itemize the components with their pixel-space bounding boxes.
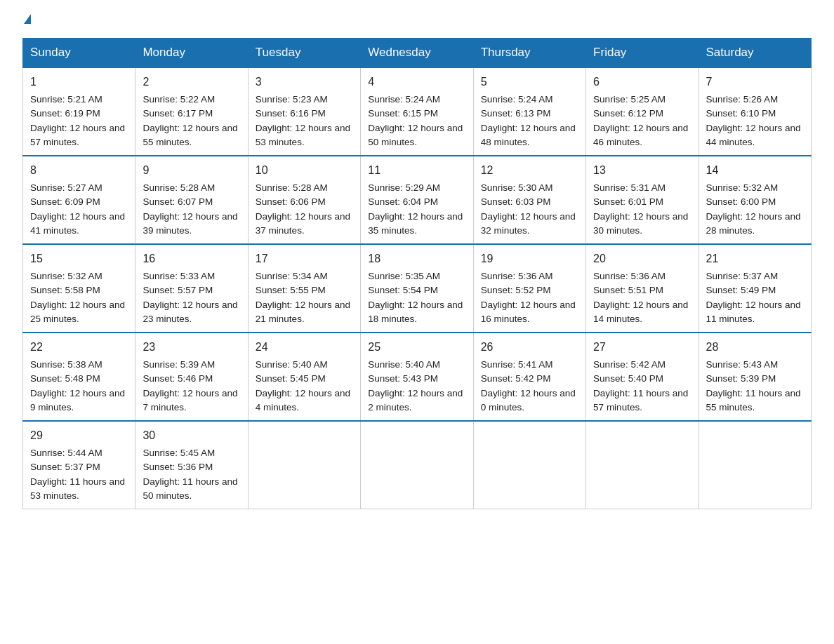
sunset-label: Sunset: 6:00 PM [706, 196, 776, 207]
daylight-label: Daylight: 12 hours and 55 minutes. [143, 123, 237, 147]
calendar-cell: 11Sunrise: 5:29 AMSunset: 6:04 PMDayligh… [361, 156, 473, 244]
sunrise-label: Sunrise: 5:28 AM [256, 182, 328, 193]
day-number: 26 [481, 339, 578, 356]
sunset-label: Sunset: 5:48 PM [30, 373, 100, 384]
calendar-cell [361, 421, 473, 509]
calendar-cell: 6Sunrise: 5:25 AMSunset: 6:12 PMDaylight… [586, 67, 699, 156]
sunrise-label: Sunrise: 5:23 AM [256, 94, 328, 105]
sunrise-label: Sunrise: 5:27 AM [30, 182, 102, 193]
calendar-cell [473, 421, 585, 509]
sunset-label: Sunset: 5:39 PM [706, 373, 776, 384]
sunrise-label: Sunrise: 5:36 AM [481, 271, 553, 281]
sunrise-label: Sunrise: 5:34 AM [256, 271, 328, 281]
page-header [22, 17, 812, 27]
sunrise-label: Sunrise: 5:24 AM [368, 94, 440, 105]
sunrise-label: Sunrise: 5:40 AM [368, 359, 440, 370]
sunset-label: Sunset: 5:54 PM [368, 285, 438, 295]
daylight-label: Daylight: 12 hours and 57 minutes. [30, 123, 125, 147]
sunset-label: Sunset: 5:58 PM [30, 285, 100, 295]
day-number: 17 [256, 250, 353, 267]
sunrise-label: Sunrise: 5:43 AM [706, 359, 779, 370]
calendar-week-1: 1Sunrise: 5:21 AMSunset: 6:19 PMDaylight… [23, 67, 812, 156]
calendar-cell: 28Sunrise: 5:43 AMSunset: 5:39 PMDayligh… [699, 333, 811, 421]
daylight-label: Daylight: 12 hours and 14 minutes. [593, 300, 688, 324]
sunset-label: Sunset: 5:52 PM [481, 285, 551, 295]
daylight-label: Daylight: 11 hours and 50 minutes. [143, 476, 237, 501]
calendar-cell: 17Sunrise: 5:34 AMSunset: 5:55 PMDayligh… [248, 244, 360, 333]
sunrise-label: Sunrise: 5:32 AM [30, 271, 102, 281]
day-number: 22 [30, 339, 128, 356]
daylight-label: Daylight: 12 hours and 2 minutes. [368, 388, 463, 412]
sunrise-label: Sunrise: 5:41 AM [481, 359, 553, 370]
calendar-cell: 30Sunrise: 5:45 AMSunset: 5:36 PMDayligh… [135, 421, 248, 509]
sunrise-label: Sunrise: 5:39 AM [143, 359, 215, 370]
daylight-label: Daylight: 11 hours and 57 minutes. [593, 388, 688, 412]
sunrise-label: Sunrise: 5:29 AM [368, 182, 440, 193]
sunrise-label: Sunrise: 5:31 AM [593, 182, 666, 193]
day-number: 13 [593, 162, 691, 179]
day-number: 27 [593, 339, 691, 356]
sunrise-label: Sunrise: 5:22 AM [143, 94, 215, 105]
calendar-cell: 25Sunrise: 5:40 AMSunset: 5:43 PMDayligh… [361, 333, 473, 421]
daylight-label: Daylight: 12 hours and 53 minutes. [256, 123, 350, 147]
sunrise-label: Sunrise: 5:21 AM [30, 94, 102, 105]
calendar-cell: 22Sunrise: 5:38 AMSunset: 5:48 PMDayligh… [23, 333, 135, 421]
day-number: 5 [481, 74, 578, 90]
daylight-label: Daylight: 12 hours and 37 minutes. [256, 211, 350, 236]
sunrise-label: Sunrise: 5:44 AM [30, 448, 102, 458]
logo [22, 17, 31, 27]
calendar-cell: 12Sunrise: 5:30 AMSunset: 6:03 PMDayligh… [473, 156, 585, 244]
daylight-label: Daylight: 12 hours and 21 minutes. [256, 300, 350, 324]
calendar-week-2: 8Sunrise: 5:27 AMSunset: 6:09 PMDaylight… [23, 156, 812, 244]
daylight-label: Daylight: 12 hours and 25 minutes. [30, 300, 125, 324]
calendar-cell: 23Sunrise: 5:39 AMSunset: 5:46 PMDayligh… [135, 333, 248, 421]
day-number: 4 [368, 74, 465, 90]
calendar-cell: 9Sunrise: 5:28 AMSunset: 6:07 PMDaylight… [135, 156, 248, 244]
calendar-cell: 7Sunrise: 5:26 AMSunset: 6:10 PMDaylight… [699, 67, 811, 156]
calendar-cell [248, 421, 360, 509]
day-number: 29 [30, 427, 128, 444]
calendar-cell: 18Sunrise: 5:35 AMSunset: 5:54 PMDayligh… [361, 244, 473, 333]
sunset-label: Sunset: 5:46 PM [143, 373, 213, 384]
day-number: 11 [368, 162, 465, 179]
calendar-header-row: SundayMondayTuesdayWednesdayThursdayFrid… [23, 39, 812, 68]
daylight-label: Daylight: 12 hours and 50 minutes. [368, 123, 463, 147]
sunrise-label: Sunrise: 5:40 AM [256, 359, 328, 370]
day-header-monday: Monday [135, 39, 248, 68]
sunset-label: Sunset: 6:10 PM [706, 108, 776, 119]
day-number: 24 [256, 339, 353, 356]
daylight-label: Daylight: 12 hours and 4 minutes. [256, 388, 350, 412]
day-header-wednesday: Wednesday [361, 39, 473, 68]
daylight-label: Daylight: 11 hours and 53 minutes. [30, 476, 125, 501]
daylight-label: Daylight: 12 hours and 32 minutes. [481, 211, 576, 236]
sunset-label: Sunset: 6:13 PM [481, 108, 551, 119]
sunset-label: Sunset: 5:51 PM [593, 285, 663, 295]
daylight-label: Daylight: 12 hours and 44 minutes. [706, 123, 801, 147]
day-number: 6 [593, 74, 691, 90]
calendar-cell: 26Sunrise: 5:41 AMSunset: 5:42 PMDayligh… [473, 333, 585, 421]
calendar-cell: 27Sunrise: 5:42 AMSunset: 5:40 PMDayligh… [586, 333, 699, 421]
day-number: 28 [706, 339, 804, 356]
sunset-label: Sunset: 5:36 PM [143, 462, 213, 472]
calendar-cell: 14Sunrise: 5:32 AMSunset: 6:00 PMDayligh… [699, 156, 811, 244]
daylight-label: Daylight: 12 hours and 46 minutes. [593, 123, 688, 147]
daylight-label: Daylight: 11 hours and 55 minutes. [706, 388, 801, 412]
sunrise-label: Sunrise: 5:24 AM [481, 94, 553, 105]
logo-triangle-icon [24, 14, 31, 24]
daylight-label: Daylight: 12 hours and 30 minutes. [593, 211, 688, 236]
sunrise-label: Sunrise: 5:28 AM [143, 182, 215, 193]
calendar-week-5: 29Sunrise: 5:44 AMSunset: 5:37 PMDayligh… [23, 421, 812, 509]
daylight-label: Daylight: 12 hours and 11 minutes. [706, 300, 801, 324]
sunset-label: Sunset: 5:45 PM [256, 373, 326, 384]
daylight-label: Daylight: 12 hours and 48 minutes. [481, 123, 576, 147]
day-number: 16 [143, 250, 240, 267]
day-number: 14 [706, 162, 804, 179]
daylight-label: Daylight: 12 hours and 35 minutes. [368, 211, 463, 236]
day-header-sunday: Sunday [23, 39, 135, 68]
day-number: 15 [30, 250, 128, 267]
day-number: 2 [143, 74, 240, 90]
sunrise-label: Sunrise: 5:42 AM [593, 359, 666, 370]
day-header-thursday: Thursday [473, 39, 585, 68]
sunset-label: Sunset: 5:55 PM [256, 285, 326, 295]
sunset-label: Sunset: 5:37 PM [30, 462, 100, 472]
